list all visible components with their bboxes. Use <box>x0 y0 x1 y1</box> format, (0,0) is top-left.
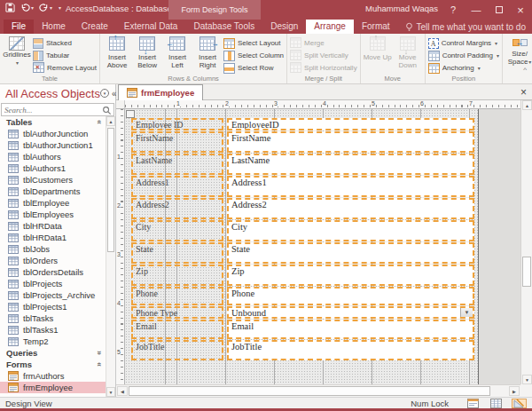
field-textbox[interactable]: FirstName <box>227 131 474 153</box>
sidebar-item-table[interactable]: tblOrdersDetails <box>0 266 115 278</box>
help-button[interactable]: ? <box>443 0 463 20</box>
control-margins-button[interactable]: AControl Margins▾ <box>428 37 499 49</box>
sidebar-item-table[interactable]: Temp2 <box>0 336 115 347</box>
tab-design[interactable]: Design <box>262 20 306 34</box>
sidebar-scrollbar-thumb[interactable] <box>107 128 114 252</box>
horizontal-scrollbar[interactable]: ◀ ▶ <box>116 384 520 397</box>
collapse-ribbon-icon[interactable]: ^ <box>523 66 527 74</box>
document-tab-frmemployee[interactable]: frmEmployee <box>118 84 203 100</box>
field-textbox[interactable]: City <box>227 220 474 241</box>
form-detail-grid[interactable]: Employee ID EmployeeID FirstName FirstNa… <box>125 109 479 384</box>
section-header-tables[interactable]: Tables« <box>0 116 115 128</box>
scroll-down-icon[interactable]: ▼ <box>106 387 115 397</box>
field-label[interactable]: FirstName <box>131 131 223 153</box>
collapse-section-icon[interactable]: « <box>95 120 103 124</box>
tab-arrange[interactable]: Arrange <box>306 20 354 34</box>
field-textbox[interactable]: Zip <box>227 265 474 286</box>
design-view-icon[interactable] <box>512 399 527 408</box>
stacked-button[interactable]: Stacked <box>33 37 97 49</box>
remove-layout-button[interactable]: ×Remove Layout <box>33 62 97 74</box>
field-label[interactable]: Zip <box>131 265 223 286</box>
control-padding-button[interactable]: Control Padding▾ <box>428 50 499 61</box>
tell-me-box[interactable]: Tell me what you want to do <box>398 20 532 34</box>
field-label[interactable]: State <box>131 242 223 264</box>
insert-right-button[interactable]: → Insert Right <box>193 36 222 69</box>
close-document-icon[interactable]: × <box>520 85 527 99</box>
tab-home[interactable]: Home <box>34 20 74 34</box>
insert-above-button[interactable]: ↑ Insert Above <box>103 36 131 69</box>
scroll-right-icon[interactable]: ▶ <box>509 386 520 396</box>
sidebar-item-table[interactable]: tblEmployees <box>0 209 115 220</box>
field-textbox[interactable]: JobTitle <box>227 340 474 360</box>
maximize-button[interactable] <box>489 0 509 20</box>
field-textbox[interactable]: Phone <box>227 287 474 305</box>
field-textbox[interactable]: Address1 <box>227 176 474 197</box>
datasheet-view-icon[interactable] <box>489 399 504 408</box>
field-label[interactable]: Phone Type <box>131 306 223 319</box>
search-input[interactable] <box>4 105 98 115</box>
field-label[interactable]: LastName <box>131 154 223 175</box>
sidebar-item-table[interactable]: tblAuthors <box>0 151 115 162</box>
field-label[interactable]: City <box>131 220 223 241</box>
navigation-menu-icon[interactable]: ▾ <box>100 89 109 98</box>
form-selector-box[interactable] <box>126 110 135 118</box>
field-label[interactable]: Employee ID <box>131 118 223 130</box>
tab-external-data[interactable]: External Data <box>116 20 186 34</box>
section-header-forms[interactable]: Forms« <box>0 359 115 370</box>
sidebar-item-table[interactable]: tblProjects <box>0 278 115 289</box>
expand-section-icon[interactable]: » <box>95 351 103 355</box>
field-textbox[interactable]: Email <box>227 320 474 339</box>
scroll-left-icon[interactable]: ◀ <box>117 386 128 396</box>
vertical-scrollbar-thumb[interactable] <box>522 257 531 287</box>
form-view-icon[interactable] <box>466 399 481 408</box>
insert-below-button[interactable]: ↓ Insert Below <box>133 36 161 69</box>
tab-database-tools[interactable]: Database Tools <box>185 20 262 34</box>
field-label[interactable]: Phone <box>131 287 223 305</box>
sidebar-item-table[interactable]: tblHRData <box>0 220 115 232</box>
redo-dropdown-caret[interactable]: ▾ <box>50 4 52 11</box>
horizontal-scrollbar-thumb[interactable] <box>129 386 490 396</box>
sidebar-item-table[interactable]: tblProjects_Archive <box>0 289 115 301</box>
sidebar-item-form[interactable]: frmAuthors <box>0 370 115 382</box>
save-icon[interactable] <box>5 3 15 12</box>
tab-create[interactable]: Create <box>74 20 116 34</box>
insert-left-button[interactable]: ← Insert Left <box>163 36 192 69</box>
tab-format[interactable]: Format <box>354 20 398 34</box>
scroll-up-icon[interactable]: ▲ <box>106 116 115 126</box>
tabular-button[interactable]: Tabular <box>33 50 97 61</box>
redo-button[interactable]: ▾ <box>39 3 52 12</box>
scroll-down-icon[interactable]: ▼ <box>522 375 532 384</box>
sidebar-item-table[interactable]: tblEmployee <box>0 197 115 209</box>
select-column-button[interactable]: Select Column <box>223 50 284 61</box>
sidebar-item-table[interactable]: tblHRData1 <box>0 232 115 243</box>
minimize-button[interactable]: — <box>466 0 486 20</box>
vertical-scrollbar[interactable]: ▲ ▼ <box>520 100 532 384</box>
field-textbox[interactable]: EmployeeID <box>227 118 474 130</box>
sidebar-item-table[interactable]: tblAuthorJunction1 <box>0 139 115 151</box>
customize-qat-icon[interactable]: ▾ <box>59 4 61 11</box>
sidebar-item-table[interactable]: tblAuthors1 <box>0 162 115 174</box>
field-label[interactable]: Address2 <box>131 198 223 219</box>
sidebar-scrollbar[interactable]: ▲ ▼ <box>106 116 115 397</box>
section-header-queries[interactable]: Queries» <box>0 347 115 359</box>
undo-dropdown-caret[interactable]: ▾ <box>31 4 34 11</box>
sidebar-item-table[interactable]: tblDepartments <box>0 186 115 197</box>
select-layout-button[interactable]: Select Layout <box>223 37 284 49</box>
undo-button[interactable]: ▾ <box>20 3 34 12</box>
tab-file[interactable]: File <box>4 20 34 34</box>
sidebar-item-table[interactable]: tblTasks1 <box>0 324 115 336</box>
size-space-button[interactable]: ↔ Size/ Space▾ <box>505 36 532 67</box>
field-textbox[interactable]: State <box>227 242 474 264</box>
field-label[interactable]: Email <box>131 320 223 339</box>
sidebar-item-table[interactable]: tblProjects1 <box>0 301 115 312</box>
field-textbox[interactable]: LastName <box>227 154 474 175</box>
scroll-up-icon[interactable]: ▲ <box>522 100 532 110</box>
field-textbox[interactable]: Address2 <box>227 198 474 219</box>
sidebar-item-table[interactable]: tblJobs <box>0 243 115 255</box>
sidebar-item-table[interactable]: tblCustomers <box>0 174 115 186</box>
collapse-section-icon[interactable]: « <box>95 362 103 367</box>
sidebar-item-table[interactable]: tblOrders <box>0 255 115 266</box>
gridlines-button[interactable]: Gridlines▾ <box>3 36 31 67</box>
field-combobox[interactable]: Unbound ▼ <box>227 306 474 319</box>
field-label[interactable]: JobTitle <box>131 340 223 360</box>
